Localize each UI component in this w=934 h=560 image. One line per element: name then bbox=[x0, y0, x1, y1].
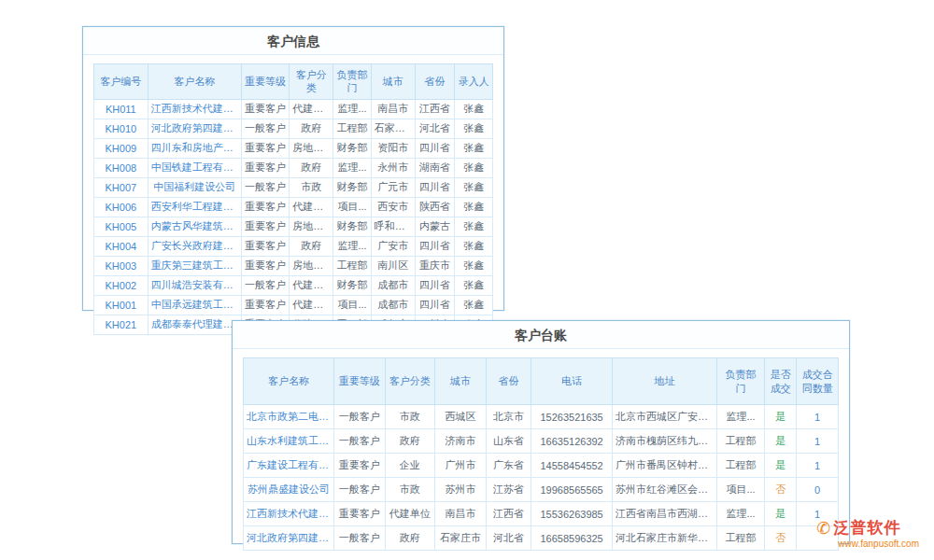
cell-link[interactable]: 中国铁建工程有限责任公司 bbox=[148, 158, 241, 177]
cell: 监理... bbox=[717, 502, 765, 526]
table-row[interactable]: KH002四川城浩安装有限公司一般客户代建单位财务部成都市四川省张鑫 bbox=[94, 275, 493, 295]
table-row[interactable]: 江西新技术代建公司重要客户代建单位南昌市江西省15536263985江西省南昌市… bbox=[244, 502, 839, 526]
cell-link[interactable]: KH004 bbox=[94, 236, 149, 256]
cell: 河北石家庄市新华区桥... bbox=[612, 526, 716, 551]
cell: 石家庄市 bbox=[435, 526, 487, 551]
cell: 项目... bbox=[333, 295, 372, 315]
cell: 一般客户 bbox=[333, 526, 385, 551]
cell: 广安市 bbox=[371, 236, 415, 256]
cell: 16658596325 bbox=[531, 526, 613, 551]
cell-link[interactable]: 内蒙古风华建筑工程公司 bbox=[148, 217, 241, 236]
cell-link[interactable]: 成都泰泰代理建设公司 bbox=[148, 315, 241, 334]
table-row[interactable]: KH011江西新技术代建公司重要客户代建单位监理...南昌市江西省张鑫 bbox=[94, 99, 493, 119]
cell-link[interactable]: 1 bbox=[797, 429, 839, 454]
column-header: 省份 bbox=[486, 358, 531, 405]
cell-link[interactable]: 山东水利建筑工程有... bbox=[244, 429, 334, 454]
cell: 石家庄市 bbox=[371, 119, 415, 138]
cell: 工程部 bbox=[717, 526, 765, 551]
table-row[interactable]: KH003重庆第三建筑工程公司重要客户房地产商工程部南川区重庆市张鑫 bbox=[94, 256, 493, 275]
cell-link[interactable]: KH021 bbox=[94, 315, 149, 334]
cell: 成都市 bbox=[371, 275, 415, 295]
column-header: 客户分类 bbox=[290, 64, 333, 100]
cell: 代建单位 bbox=[290, 99, 333, 119]
cell: 南昌市 bbox=[435, 502, 487, 526]
cell-link[interactable]: 0 bbox=[797, 478, 839, 502]
cell: 工程部 bbox=[333, 119, 372, 138]
cell-link[interactable]: KH007 bbox=[94, 177, 149, 197]
cell: 张鑫 bbox=[455, 138, 493, 158]
cell: 财务部 bbox=[333, 177, 372, 197]
cell-link[interactable]: 重庆第三建筑工程公司 bbox=[148, 256, 241, 275]
table-row[interactable]: 河北政府第四建设股...一般客户政府石家庄市河北省16658596325河北石家… bbox=[244, 526, 839, 551]
cell: 重要客户 bbox=[241, 217, 289, 236]
cell: 苏州市 bbox=[435, 478, 487, 502]
cell-link[interactable]: 四川城浩安装有限公司 bbox=[148, 275, 241, 295]
cell-link[interactable]: KH002 bbox=[94, 275, 149, 295]
cell: 财务部 bbox=[333, 217, 372, 236]
cell-link[interactable]: KH010 bbox=[94, 119, 149, 138]
table-row[interactable]: KH006西安利华工程建筑公司重要客户代建单位项目...西安市陕西省张鑫 bbox=[94, 197, 493, 217]
table-row[interactable]: KH009四川东和房地产有限责任...重要客户房地产商财务部资阳市四川省张鑫 bbox=[94, 138, 493, 158]
cell: 一般客户 bbox=[333, 478, 385, 502]
table-row[interactable]: KH001中国承远建筑工程有限公司重要客户代建单位项目...成都市四川省张鑫 bbox=[94, 295, 493, 315]
cell: 内蒙古 bbox=[415, 217, 455, 236]
table-row[interactable]: 北京市政第二电力建...一般客户市政西城区北京市15263521635北京市西城… bbox=[244, 405, 839, 429]
cell: 北京市 bbox=[486, 405, 531, 429]
cell-link[interactable]: KH009 bbox=[94, 138, 149, 158]
table-row[interactable]: 广东建设工程有限公司重要客户企业广州市广东省14558454552广州市番禺区钟… bbox=[244, 454, 839, 478]
table-row[interactable]: KH004广安长兴政府建筑工程公司重要客户政府监理...广安市四川省张鑫 bbox=[94, 236, 493, 256]
cell-link[interactable]: 广安长兴政府建筑工程公司 bbox=[148, 236, 241, 256]
cell: 永州市 bbox=[371, 158, 415, 177]
cell: 一般客户 bbox=[333, 405, 385, 429]
cell-link[interactable]: KH011 bbox=[94, 99, 149, 119]
table-row[interactable]: 苏州鼎盛建设公司一般客户市政苏州市江苏省19968565565苏州市红谷滩区会展… bbox=[244, 478, 839, 502]
cell: 重要客户 bbox=[333, 502, 385, 526]
cell: 江西省 bbox=[486, 502, 531, 526]
cell-link[interactable]: 河北政府第四建设股... bbox=[244, 526, 334, 551]
table-row[interactable]: KH007中国福利建设公司一般客户市政财务部广元市四川省张鑫 bbox=[94, 177, 493, 197]
cell: 14558454552 bbox=[531, 454, 613, 478]
customer-info-panel: 客户信息 客户编号客户名称重要等级客户分类负责部门城市省份录入人 KH011江西… bbox=[82, 26, 504, 311]
cell-link[interactable]: 1 bbox=[797, 405, 839, 429]
cell: 一般客户 bbox=[241, 275, 289, 295]
cell: 工程部 bbox=[717, 454, 765, 478]
customer-ledger-title: 客户台账 bbox=[233, 321, 849, 349]
cell: 项目... bbox=[717, 478, 765, 502]
cell-link[interactable]: 北京市政第二电力建... bbox=[244, 405, 334, 429]
cell-link[interactable]: 江西新技术代建公司 bbox=[148, 99, 241, 119]
cell: 是 bbox=[764, 429, 796, 454]
cell-link[interactable]: 江西新技术代建公司 bbox=[244, 502, 334, 526]
cell-link[interactable]: 西安利华工程建筑公司 bbox=[148, 197, 241, 217]
cell: 监理... bbox=[333, 158, 372, 177]
cell-link[interactable]: KH008 bbox=[94, 158, 149, 177]
cell: 苏州市红谷滩区会展路... bbox=[612, 478, 716, 502]
cell: 政府 bbox=[385, 429, 435, 454]
customer-ledger-panel: 客户台账 客户名称重要等级客户分类城市省份电话地址负责部门是否成交成交合同数量 … bbox=[232, 320, 850, 544]
column-header: 负责部门 bbox=[333, 64, 372, 100]
table-row[interactable]: KH010河北政府第四建设股份有...一般客户政府工程部石家庄市河北省张鑫 bbox=[94, 119, 493, 138]
cell: 房地产商 bbox=[290, 256, 333, 275]
cell-link[interactable]: KH001 bbox=[94, 295, 149, 315]
cell-link[interactable]: 1 bbox=[797, 454, 839, 478]
table-row[interactable]: KH005内蒙古风华建筑工程公司重要客户房地产商财务部呼和浩特市内蒙古张鑫 bbox=[94, 217, 493, 236]
cell: 监理... bbox=[717, 405, 765, 429]
cell-link[interactable]: KH006 bbox=[94, 197, 149, 217]
cell-link[interactable]: KH005 bbox=[94, 217, 149, 236]
cell: 房地产商 bbox=[290, 217, 333, 236]
cell: 四川省 bbox=[415, 177, 455, 197]
table-row[interactable]: 山东水利建筑工程有...一般客户政府济南市山东省16635126392济南市槐荫… bbox=[244, 429, 839, 454]
cell: 四川省 bbox=[415, 138, 455, 158]
cell-link[interactable]: 广东建设工程有限公司 bbox=[244, 454, 334, 478]
cell-link[interactable]: 苏州鼎盛建设公司 bbox=[244, 478, 334, 502]
cell-link[interactable]: 中国福利建设公司 bbox=[148, 177, 241, 197]
column-header: 成交合同数量 bbox=[797, 358, 839, 405]
cell-link[interactable]: KH003 bbox=[94, 256, 149, 275]
page: { "panel1": { "title": "客户信息", "columns"… bbox=[0, 0, 934, 560]
cell: 市政 bbox=[290, 177, 333, 197]
cell-link[interactable]: 四川东和房地产有限责任... bbox=[148, 138, 241, 158]
table-row[interactable]: KH008中国铁建工程有限责任公司重要客户政府监理...永州市湖南省张鑫 bbox=[94, 158, 493, 177]
cell-link[interactable]: 河北政府第四建设股份有... bbox=[148, 119, 241, 138]
column-header: 重要等级 bbox=[241, 64, 289, 100]
cell: 重要客户 bbox=[241, 197, 289, 217]
cell-link[interactable]: 中国承远建筑工程有限公司 bbox=[148, 295, 241, 315]
